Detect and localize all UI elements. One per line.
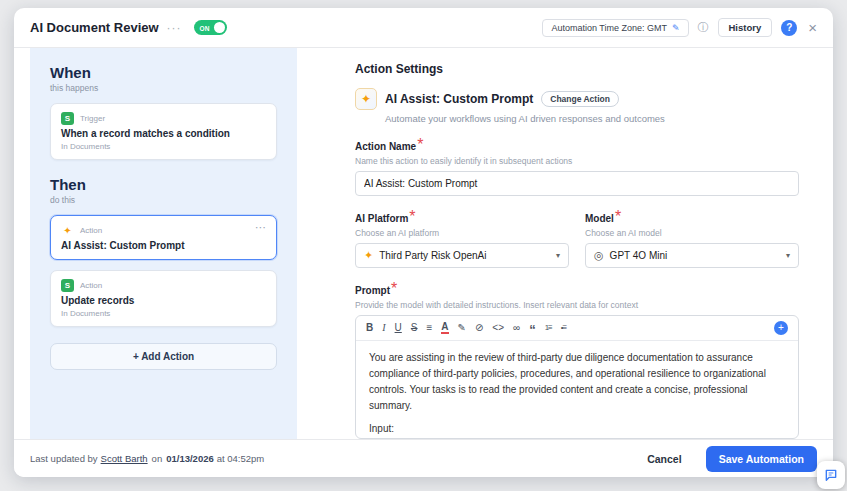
action-card-ai-assist[interactable]: ⋯ ✦ Action AI Assist: Custom Prompt — [50, 215, 277, 260]
chat-bubble-icon — [824, 468, 838, 482]
prompt-content[interactable]: You are assisting in the review of third… — [356, 341, 798, 438]
updated-time: at 04:52pm — [217, 453, 265, 464]
ai-platform-select[interactable]: ✦ Third Party Risk OpenAi ▾ — [355, 243, 569, 268]
model-value: GPT 4O Mini — [610, 250, 668, 261]
ai-platform-label: AI Platform — [355, 213, 408, 224]
editor-toolbar: B I U S ≡ A ✎ ⊘ <> ∞ “ 1≡ •≡ — [356, 316, 798, 341]
prompt-helper: Provide the model with detailed instruct… — [355, 300, 799, 310]
chevron-down-icon: ▾ — [556, 251, 560, 260]
strikethrough-button[interactable]: S — [411, 323, 418, 333]
prompt-paragraph: You are assisting in the review of third… — [369, 350, 785, 414]
action-kind-label: Action — [80, 226, 102, 235]
trigger-location: In Documents — [61, 142, 266, 151]
action-location: In Documents — [61, 309, 266, 318]
modal-footer: Last updated by Scott Barth on 01/13/202… — [14, 439, 833, 477]
header-actions: Automation Time Zone: GMT ✎ ⓘ History ? … — [542, 18, 817, 37]
action-name-block: Action Name* Name this action to easily … — [355, 136, 799, 196]
more-options-button[interactable]: ··· — [167, 21, 182, 35]
chat-widget-button[interactable] — [817, 461, 845, 489]
underline-button[interactable]: U — [395, 323, 402, 333]
then-heading: Then — [50, 176, 277, 193]
ai-platform-value: Third Party Risk OpenAi — [379, 250, 486, 261]
required-asterisk: * — [417, 136, 423, 153]
trigger-card[interactable]: S Trigger When a record matches a condit… — [50, 103, 277, 160]
highlighter-pen-icon[interactable]: ✎ — [458, 323, 466, 333]
link-button[interactable]: ∞ — [513, 323, 520, 333]
ordered-list-button[interactable]: 1≡ — [545, 324, 552, 332]
change-action-button[interactable]: Change Action — [541, 91, 619, 107]
timezone-label: Automation Time Zone: GMT — [551, 23, 667, 33]
required-asterisk: * — [409, 208, 415, 225]
insert-data-button[interactable]: + — [774, 321, 788, 335]
cancel-button[interactable]: Cancel — [641, 452, 687, 466]
automation-editor-modal: AI Document Review ··· ON Automation Tim… — [14, 8, 833, 477]
last-updated-prefix: Last updated by — [30, 453, 98, 464]
action-description: Automate your workflows using AI driven … — [385, 113, 799, 124]
italic-button[interactable]: I — [382, 323, 385, 333]
prompt-input-heading: Input: — [369, 423, 785, 434]
action-name-label: Action Name — [355, 141, 416, 152]
code-button[interactable]: <> — [492, 323, 504, 333]
then-subheading: do this — [50, 195, 277, 205]
openai-icon: ◎ — [594, 249, 604, 262]
automation-enabled-toggle[interactable]: ON — [194, 20, 227, 35]
model-select[interactable]: ◎ GPT 4O Mini ▾ — [585, 243, 799, 268]
card-menu-icon[interactable]: ⋯ — [255, 221, 267, 234]
smartsuite-logo-icon: S — [61, 112, 74, 125]
action-title: AI Assist: Custom Prompt — [61, 240, 266, 251]
action-title: Update records — [61, 295, 266, 306]
action-header-row: ✦ AI Assist: Custom Prompt Change Action — [355, 88, 799, 110]
ai-sparkle-icon: ✦ — [61, 224, 74, 237]
action-card-update-records[interactable]: S Action Update records In Documents — [50, 270, 277, 327]
updated-by-user-link[interactable]: Scott Barth — [101, 453, 148, 464]
info-icon[interactable]: ⓘ — [698, 20, 709, 35]
smartsuite-logo-icon: S — [61, 279, 74, 292]
trigger-kind-label: Trigger — [80, 114, 105, 123]
save-automation-button[interactable]: Save Automation — [706, 446, 817, 472]
when-heading: When — [50, 64, 277, 81]
align-button[interactable]: ≡ — [426, 323, 432, 333]
automation-title: AI Document Review — [30, 20, 159, 35]
action-kind-label: Action — [80, 281, 102, 290]
toggle-on-label: ON — [200, 24, 210, 31]
bold-button[interactable]: B — [366, 323, 373, 333]
when-subheading: this happens — [50, 83, 277, 93]
prompt-editor[interactable]: B I U S ≡ A ✎ ⊘ <> ∞ “ 1≡ •≡ — [355, 315, 799, 439]
action-name-input[interactable] — [355, 171, 799, 196]
history-button[interactable]: History — [718, 18, 773, 37]
required-asterisk: * — [391, 280, 397, 297]
model-label: Model — [585, 213, 614, 224]
clear-format-icon[interactable]: ⊘ — [475, 323, 483, 333]
platform-model-row: AI Platform* Choose an AI platform ✦ Thi… — [355, 208, 799, 268]
required-asterisk: * — [615, 208, 621, 225]
modal-header: AI Document Review ··· ON Automation Tim… — [14, 8, 833, 48]
modal-body: When this happens S Trigger When a recor… — [14, 48, 833, 439]
prompt-label: Prompt — [355, 285, 390, 296]
selected-action-title: AI Assist: Custom Prompt — [385, 92, 533, 106]
chevron-down-icon: ▾ — [786, 251, 790, 260]
action-name-helper: Name this action to easily identify it i… — [355, 156, 799, 166]
updated-date: 01/13/2026 — [166, 453, 214, 464]
text-color-button[interactable]: A — [441, 322, 448, 334]
sparkle-icon: ✦ — [364, 249, 373, 262]
bullet-list-button[interactable]: •≡ — [561, 324, 566, 332]
model-field: Model* Choose an AI model ◎ GPT 4O Mini … — [585, 208, 799, 268]
trigger-title: When a record matches a condition — [61, 128, 266, 139]
close-icon[interactable]: × — [808, 20, 817, 35]
ai-assist-tile-icon: ✦ — [355, 88, 377, 110]
ai-platform-helper: Choose an AI platform — [355, 228, 569, 238]
ai-platform-field: AI Platform* Choose an AI platform ✦ Thi… — [355, 208, 569, 268]
add-action-button[interactable]: + Add Action — [50, 343, 277, 370]
model-helper: Choose an AI model — [585, 228, 799, 238]
updated-on-word: on — [152, 453, 163, 464]
workflow-sidebar: When this happens S Trigger When a recor… — [30, 48, 297, 439]
section-title: Action Settings — [355, 62, 799, 76]
edit-pencil-icon[interactable]: ✎ — [672, 23, 680, 33]
prompt-block: Prompt* Provide the model with detailed … — [355, 280, 799, 439]
help-button[interactable]: ? — [781, 20, 797, 36]
action-settings-panel: Action Settings ✦ AI Assist: Custom Prom… — [297, 48, 833, 439]
timezone-setting[interactable]: Automation Time Zone: GMT ✎ — [542, 19, 688, 37]
page-background: AI Document Review ··· ON Automation Tim… — [0, 0, 847, 491]
toggle-knob — [214, 22, 225, 33]
blockquote-button[interactable]: “ — [529, 327, 536, 334]
